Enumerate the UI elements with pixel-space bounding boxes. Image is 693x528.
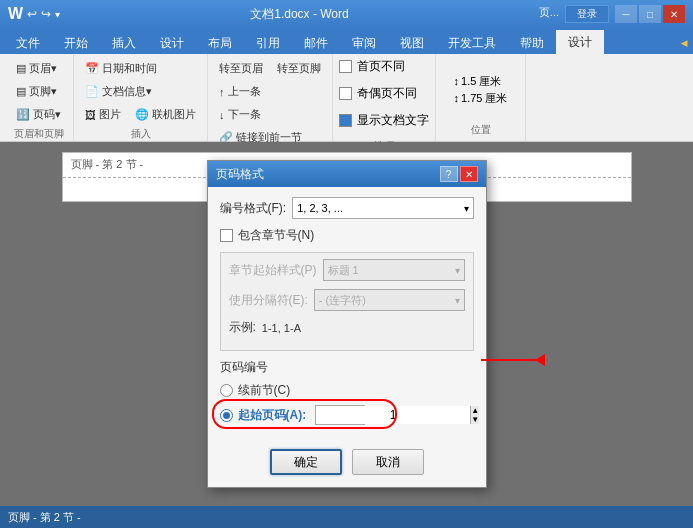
dialog-help-button[interactable]: ? — [440, 166, 458, 182]
arrow-head — [535, 354, 545, 366]
select-arrow-icon: ▾ — [464, 203, 469, 214]
example-value: 1-1, 1-A — [262, 322, 301, 334]
example-label: 示例: — [229, 319, 256, 336]
tab-review[interactable]: 审阅 — [340, 32, 388, 54]
spinbox-arrows: ▲ ▼ — [470, 406, 479, 424]
start-at-radio-row: 起始页码(A): ▲ ▼ — [220, 405, 474, 425]
ribbon-group-insert: 📅 日期和时间 📄 文档信息▾ 🖼 图片 🌐 联机图片 插入 — [74, 54, 208, 141]
maximize-button[interactable]: □ — [639, 5, 661, 23]
picture-button[interactable]: 🖼 图片 — [80, 104, 126, 125]
start-at-radio[interactable] — [220, 409, 233, 422]
separator-label: 使用分隔符(E): — [229, 292, 308, 309]
start-at-input[interactable] — [316, 406, 470, 424]
tab-developer[interactable]: 开发工具 — [436, 32, 508, 54]
show-doc-text-checkbox[interactable] — [339, 114, 352, 127]
page-label: 页... — [539, 5, 559, 23]
numbering-format-label: 编号格式(F): — [220, 200, 287, 217]
page-number-format-dialog: 页码格式 ? ✕ 编号格式(F): 1, 2, 3, ... ▾ — [207, 160, 487, 488]
titlebar-left: W ↩ ↪ ▾ — [8, 5, 60, 23]
tab-mailings[interactable]: 邮件 — [292, 32, 340, 54]
collapse-ribbon-btn[interactable]: ◂ — [675, 32, 693, 54]
date-time-button[interactable]: 📅 日期和时间 — [80, 58, 201, 79]
spinbox-down-button[interactable]: ▼ — [471, 415, 479, 424]
dialog-close-button[interactable]: ✕ — [460, 166, 478, 182]
undo-btn[interactable]: ↩ — [27, 7, 37, 21]
spinbox-up-button[interactable]: ▲ — [471, 406, 479, 415]
ribbon-group-options: 首页不同 奇偶页不同 显示文档文字 选项 — [333, 54, 436, 141]
dialog-body: 编号格式(F): 1, 2, 3, ... ▾ 包含章节号(N) 章节起始样式(… — [208, 187, 486, 441]
continue-radio[interactable] — [220, 384, 233, 397]
start-at-spinbox[interactable]: ▲ ▼ — [315, 405, 365, 425]
doc-info-button[interactable]: 📄 文档信息▾ — [80, 81, 201, 102]
picture-icon: 🖼 — [85, 109, 96, 121]
footer-button[interactable]: ▤ 页脚▾ — [11, 81, 66, 102]
page-number-button[interactable]: 🔢 页码▾ — [11, 104, 66, 125]
word-logo-icon: W — [8, 5, 23, 23]
tab-references[interactable]: 引用 — [244, 32, 292, 54]
group-label-position: 位置 — [471, 121, 491, 137]
date-icon: 📅 — [85, 62, 99, 75]
tab-help[interactable]: 帮助 — [508, 32, 556, 54]
redo-btn[interactable]: ↪ — [41, 7, 51, 21]
tab-view[interactable]: 视图 — [388, 32, 436, 54]
annotation-arrow — [481, 354, 545, 366]
include-chapter-row: 包含章节号(N) — [220, 227, 474, 244]
arrow-line — [481, 359, 536, 361]
header-icon: ▤ — [16, 62, 26, 75]
login-button[interactable]: 登录 — [565, 5, 609, 23]
header-button[interactable]: ▤ 页眉▾ — [11, 58, 66, 79]
chapter-options-section: 章节起始样式(P) 标题 1 ▾ 使用分隔符(E): - (连字符) ▾ — [220, 252, 474, 351]
tab-design1[interactable]: 设计 — [148, 32, 196, 54]
statusbar: 页脚 - 第 2 节 - — [0, 506, 693, 528]
dialog-title: 页码格式 — [216, 166, 264, 183]
include-chapter-checkbox[interactable] — [220, 229, 233, 242]
cancel-button[interactable]: 取消 — [352, 449, 424, 475]
titlebar-controls: 页... 登录 ─ □ ✕ — [539, 5, 685, 23]
online-pic-icon: 🌐 — [135, 108, 149, 121]
dialog-footer: 确定 取消 — [208, 441, 486, 487]
numbering-format-row: 编号格式(F): 1, 2, 3, ... ▾ — [220, 197, 474, 219]
tab-layout[interactable]: 布局 — [196, 32, 244, 54]
ok-button[interactable]: 确定 — [270, 449, 342, 475]
tab-home[interactable]: 开始 — [52, 32, 100, 54]
prev-section-button[interactable]: ↑ 上一条 — [214, 81, 326, 102]
footer-status-label: 页脚 - 第 2 节 - — [8, 510, 81, 525]
sep-select-arrow-icon: ▾ — [455, 295, 460, 306]
numbering-format-select[interactable]: 1, 2, 3, ... ▾ — [292, 197, 473, 219]
close-window-button[interactable]: ✕ — [663, 5, 685, 23]
continue-label: 续前节(C) — [238, 382, 291, 399]
window-title: 文档1.docx - Word — [60, 6, 539, 23]
page-number-icon: 🔢 — [16, 108, 30, 121]
goto-footer-button[interactable]: 转至页脚 — [272, 58, 326, 79]
tab-insert[interactable]: 插入 — [100, 32, 148, 54]
up-icon: ↑ — [219, 86, 225, 98]
chapter-start-label: 章节起始样式(P) — [229, 262, 317, 279]
group-label-header-footer: 页眉和页脚 — [14, 125, 64, 141]
titlebar: W ↩ ↪ ▾ 文档1.docx - Word 页... 登录 ─ □ ✕ — [0, 0, 693, 28]
ribbon-group-nav: 转至页眉 转至页脚 ↑ 上一条 ↓ 下一条 🔗 链接到前一节 — [208, 54, 333, 141]
page-numbering-title: 页码编号 — [220, 359, 474, 376]
tab-design-active[interactable]: 设计 — [556, 30, 604, 54]
ribbon-group-position: ↕ 1.5 厘米 ↕ 1.75 厘米 位置 — [436, 54, 526, 141]
next-section-button[interactable]: ↓ 下一条 — [214, 104, 326, 125]
online-picture-button[interactable]: 🌐 联机图片 — [130, 104, 201, 125]
chapter-select-arrow-icon: ▾ — [455, 265, 460, 276]
header-footer-btns: ▤ 页眉▾ ▤ 页脚▾ 🔢 页码▾ — [11, 58, 66, 125]
footer-pos-icon: ↕ — [454, 92, 460, 104]
tab-file[interactable]: 文件 — [4, 32, 52, 54]
dialog-controls: ? ✕ — [440, 166, 478, 182]
dialog-titlebar: 页码格式 ? ✕ — [208, 161, 486, 187]
ribbon: ▤ 页眉▾ ▤ 页脚▾ 🔢 页码▾ 页眉和页脚 📅 日期和时间 📄 文档信息▾ — [0, 54, 693, 142]
goto-header-button[interactable]: 转至页眉 — [214, 58, 268, 79]
ribbon-tabs: 文件 开始 插入 设计 布局 引用 邮件 审阅 视图 开发工具 帮助 设计 ◂ — [0, 28, 693, 54]
group-label-insert: 插入 — [131, 125, 151, 141]
example-row: 示例: 1-1, 1-A — [229, 319, 465, 336]
minimize-button[interactable]: ─ — [615, 5, 637, 23]
separator-select: - (连字符) ▾ — [314, 289, 465, 311]
footer-icon: ▤ — [16, 85, 26, 98]
continue-radio-row: 续前节(C) — [220, 382, 474, 399]
ribbon-group-header-footer: ▤ 页眉▾ ▤ 页脚▾ 🔢 页码▾ 页眉和页脚 — [4, 54, 74, 141]
docinfo-icon: 📄 — [85, 85, 99, 98]
diff-first-page-checkbox[interactable] — [339, 60, 352, 73]
diff-odd-even-checkbox[interactable] — [339, 87, 352, 100]
